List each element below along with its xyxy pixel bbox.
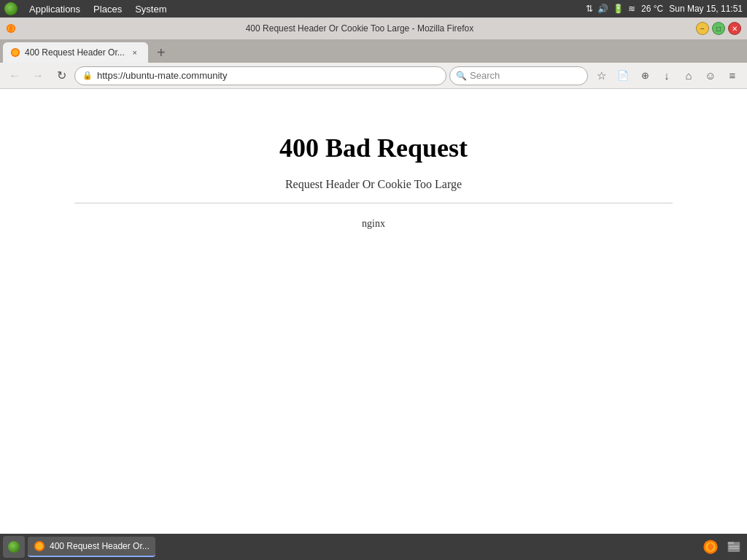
error-subtitle: Request Header Or Cookie Too Large [285,178,462,191]
taskbar-firefox-icon [34,540,45,552]
applications-menu[interactable]: Applications [23,2,86,16]
svg-point-3 [12,50,19,56]
search-bar[interactable]: 🔍 Search [449,66,588,85]
server-name: nginx [362,218,385,230]
datetime-display: Sun May 15, 11:51 [669,4,743,14]
network-icon: ⇅ [586,4,593,14]
url-text: https://ubuntu-mate.community [97,70,438,81]
pocket-button[interactable]: ⊕ [635,66,655,86]
ubuntu-logo-icon[interactable] [4,2,18,15]
page-content: 400 Bad Request Request Header Or Cookie… [0,89,747,534]
places-menu[interactable]: Places [88,2,128,16]
reload-button[interactable]: ↻ [51,66,71,86]
taskbar-start-button[interactable] [3,536,25,558]
system-menu-item[interactable]: System [129,2,172,16]
taskbar-firefox-item[interactable]: 400 Request Header Or... [28,537,155,557]
firefox-chrome: 400 Request Header Or Cookie Too Large -… [0,18,747,89]
title-bar: 400 Request Header Or Cookie Too Large -… [0,18,747,39]
minimize-button[interactable]: − [696,22,709,35]
volume-icon: 🔊 [597,4,608,14]
maximize-button[interactable]: □ [712,22,725,35]
system-bar-left: Applications Places System [4,2,172,16]
menu-button[interactable]: ≡ [722,66,743,86]
reader-mode-button[interactable]: 📄 [613,66,633,86]
tab-title: 400 Request Header Or... [25,47,125,58]
svg-point-5 [36,542,43,550]
temperature-display: 26 °C [641,4,663,14]
search-placeholder: Search [470,70,500,81]
system-bar: Applications Places System ⇅ 🔊 🔋 ≋ 26 °C… [0,0,747,18]
taskbar: 400 Request Header Or... [0,534,747,560]
error-heading: 400 Bad Request [279,133,468,163]
taskbar-files-app-icon [726,539,742,555]
svg-rect-9 [728,542,734,544]
svg-rect-11 [729,548,739,548]
system-menu: Applications Places System [23,2,172,16]
status-icons: ⇅ 🔊 🔋 ≋ [586,4,635,14]
active-tab[interactable]: 400 Request Header Or... × [3,42,148,63]
svg-rect-10 [729,546,739,547]
battery-icon: 🔋 [613,4,624,14]
sync-button[interactable]: ☺ [700,66,721,86]
home-button[interactable]: ⌂ [678,66,699,86]
system-bar-right: ⇅ 🔊 🔋 ≋ 26 °C Sun May 15, 11:51 [586,4,743,14]
nav-bar: ← → ↻ 🔒 https://ubuntu-mate.community 🔍 … [0,63,747,89]
url-bar[interactable]: 🔒 https://ubuntu-mate.community [74,66,446,85]
lock-icon: 🔒 [82,71,93,80]
taskbar-firefox-app-icon [703,539,719,555]
back-button[interactable]: ← [4,66,25,86]
taskbar-firefox-launcher[interactable] [700,537,721,557]
bookmark-star-button[interactable]: ☆ [591,66,611,86]
tab-close-button[interactable]: × [129,47,141,58]
nav-icons: ☆ 📄 ⊕ ↓ ⌂ ☺ ≡ [591,66,743,86]
close-button[interactable]: ✕ [728,22,741,35]
download-button[interactable]: ↓ [657,66,677,86]
tab-bar: 400 Request Header Or... × + [0,39,747,63]
new-tab-button[interactable]: + [151,42,171,63]
window-controls: − □ ✕ [696,22,741,35]
firefox-titlebar-icon [6,23,16,34]
taskbar-logo-icon [8,541,20,553]
taskbar-right [700,537,744,557]
page-divider [74,203,672,203]
search-icon: 🔍 [456,71,467,81]
taskbar-item-label: 400 Request Header Or... [50,541,150,551]
taskbar-files-icon[interactable] [724,537,744,557]
tab-favicon-icon [10,47,20,58]
window-title: 400 Request Header Or Cookie Too Large -… [23,23,696,34]
wifi-icon: ≋ [628,4,635,14]
forward-button[interactable]: → [28,66,48,86]
